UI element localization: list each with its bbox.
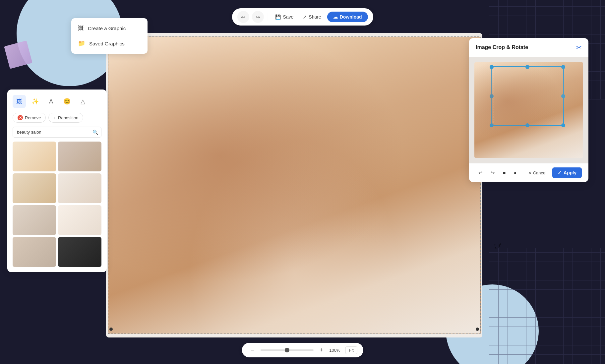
tab-shape[interactable]: △ <box>76 95 90 108</box>
cursor-decoration: ☞ <box>493 240 503 252</box>
crop-panel-header: Image Crop & Rotate ✂ <box>469 38 588 57</box>
apply-label: Apply <box>564 170 576 175</box>
crop-preview-area[interactable] <box>469 57 588 163</box>
download-label: Download <box>340 14 362 20</box>
crop-handle-tl[interactable] <box>490 65 494 69</box>
undo-button[interactable]: ↩ <box>237 11 249 23</box>
zoom-out-icon: − <box>251 347 254 354</box>
search-box: 🔍 <box>13 127 101 138</box>
zoom-slider[interactable] <box>260 349 313 351</box>
reposition-button[interactable]: + Reposition <box>48 113 83 123</box>
main-canvas[interactable] <box>106 33 482 337</box>
create-graphic-icon: 🖼 <box>78 25 84 32</box>
handle-bl[interactable] <box>109 328 113 331</box>
crop-tool-icon: ✂ <box>576 43 582 51</box>
canvas-image <box>108 36 481 334</box>
toolbar-divider-1 <box>268 13 268 21</box>
main-toolbar: ↩ ↪ 💾 Save ↗ Share ☁ Download <box>232 8 373 26</box>
undo-icon: ↩ <box>241 14 245 20</box>
redo-icon: ↪ <box>256 14 260 20</box>
create-graphic-label: Create a Graphic <box>88 26 126 31</box>
sidebar-tabs: 🖼 ✨ A 😊 △ <box>13 95 101 108</box>
sticker-purple-top-left <box>4 40 32 69</box>
zoom-in-button[interactable]: + <box>317 345 326 355</box>
crop-circle-button[interactable]: ● <box>511 168 519 177</box>
crop-handle-ml[interactable] <box>490 94 494 98</box>
saved-graphics-label: Saved Graphics <box>89 41 125 46</box>
share-label: Share <box>309 14 321 20</box>
search-icon: 🔍 <box>92 130 98 135</box>
remove-button[interactable]: ✕ Remove <box>13 113 46 123</box>
cancel-label: Cancel <box>533 170 546 175</box>
crop-panel-title: Image Crop & Rotate <box>476 44 528 50</box>
image-thumb-5[interactable] <box>13 205 56 235</box>
crop-handle-br[interactable] <box>561 123 565 127</box>
crop-square-button[interactable]: ■ <box>500 168 508 177</box>
image-thumb-4[interactable] <box>58 173 101 203</box>
crop-handle-tc[interactable] <box>525 65 529 69</box>
fit-label: Fit <box>349 348 353 353</box>
create-graphic-item[interactable]: 🖼 Create a Graphic <box>71 21 148 36</box>
left-sidebar: 🖼 ✨ A 😊 △ ✕ Remove + Reposition 🔍 <box>7 90 107 272</box>
remove-icon: ✕ <box>18 115 23 120</box>
crop-cancel-button[interactable]: ✕ Cancel <box>525 168 550 177</box>
crop-handle-tr[interactable] <box>561 65 565 69</box>
image-thumb-7[interactable] <box>13 237 56 267</box>
crop-redo-button[interactable]: ↪ <box>488 167 498 178</box>
tab-emoji[interactable]: 😊 <box>60 95 74 108</box>
search-input[interactable] <box>13 127 101 138</box>
cancel-x-icon: ✕ <box>528 170 532 175</box>
save-label: Save <box>283 14 293 20</box>
crop-panel-footer: ↩ ↪ ■ ● ✕ Cancel ✓ Apply <box>469 163 588 182</box>
crop-image-bg <box>474 62 583 158</box>
tab-text[interactable]: A <box>44 95 58 108</box>
remove-label: Remove <box>25 115 41 120</box>
saved-graphics-icon: 📁 <box>78 40 85 47</box>
dropdown-menu: 🖼 Create a Graphic 📁 Saved Graphics <box>71 18 148 54</box>
crop-apply-button[interactable]: ✓ Apply <box>552 167 582 178</box>
saved-graphics-item[interactable]: 📁 Saved Graphics <box>71 36 148 51</box>
apply-check-icon: ✓ <box>558 170 562 175</box>
download-button[interactable]: ☁ Download <box>327 12 368 22</box>
crop-selection[interactable] <box>491 66 564 126</box>
save-button[interactable]: 💾 Save <box>272 12 297 22</box>
download-icon: ☁ <box>333 14 338 20</box>
reposition-label: Reposition <box>58 115 78 120</box>
zoom-out-button[interactable]: − <box>248 345 257 355</box>
zoom-in-icon: + <box>320 347 323 354</box>
bg-grid-bottom-right <box>489 248 605 364</box>
fit-button[interactable]: Fit <box>345 346 357 354</box>
image-grid <box>13 142 101 267</box>
handle-br[interactable] <box>476 328 479 331</box>
crop-handle-mr[interactable] <box>561 94 565 98</box>
tab-image[interactable]: 🖼 <box>13 95 26 108</box>
image-thumb-1[interactable] <box>13 142 56 171</box>
tab-magic[interactable]: ✨ <box>29 95 42 108</box>
crop-handle-bc[interactable] <box>525 123 529 127</box>
crop-handle-bl[interactable] <box>490 123 494 127</box>
crop-panel: Image Crop & Rotate ✂ ↩ ↪ ■ ● ✕ Cancel <box>469 38 588 182</box>
save-icon: 💾 <box>275 14 281 20</box>
share-button[interactable]: ↗ Share <box>299 12 324 22</box>
crop-undo-button[interactable]: ↩ <box>476 167 485 178</box>
image-thumb-8[interactable] <box>58 237 101 267</box>
image-thumb-3[interactable] <box>13 173 56 203</box>
zoom-thumb[interactable] <box>284 348 289 352</box>
redo-button[interactable]: ↪ <box>252 11 264 23</box>
image-thumb-6[interactable] <box>58 205 101 235</box>
share-icon: ↗ <box>303 14 307 20</box>
action-buttons: ✕ Remove + Reposition <box>13 113 101 123</box>
reposition-plus-icon: + <box>53 115 56 120</box>
image-thumb-2[interactable] <box>58 142 101 171</box>
zoom-bar: − + 100% Fit <box>242 343 363 357</box>
zoom-percent: 100% <box>329 348 342 353</box>
